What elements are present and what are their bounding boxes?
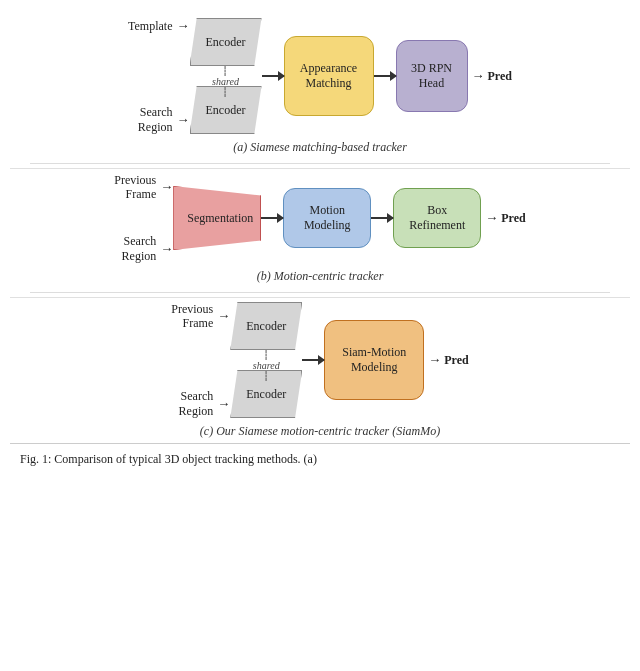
search-region-c-label: SearchRegion [179, 389, 214, 418]
prev-frame-label: PreviousFrame [114, 173, 156, 202]
section-c-caption: (c) Our Siamese motion-centric tracker (… [200, 424, 440, 439]
prev-frame-c-input: PreviousFrame → [171, 302, 230, 331]
section-c-diagram: PreviousFrame → SearchRegion → Encoder s… [10, 302, 630, 418]
section-b-diagram: PreviousFrame → SearchRegion → Segmentat… [10, 173, 630, 263]
arrowhead-b [390, 71, 397, 81]
siam-motion-label: Siam-Motion Modeling [342, 345, 406, 375]
appearance-matching-label: Appearance Matching [300, 61, 357, 91]
prev-frame-input: PreviousFrame → [114, 173, 173, 202]
section-b: PreviousFrame → SearchRegion → Segmentat… [10, 168, 630, 288]
section-b-inputs: PreviousFrame → SearchRegion → [114, 173, 173, 263]
arrowhead-d [387, 213, 394, 223]
shared-section: shared [212, 66, 239, 97]
segmentation-box: Segmentation [173, 186, 261, 250]
arrow-pred-a: → [472, 68, 485, 84]
main-container: Template → SearchRegion → Encoder shared… [10, 0, 630, 482]
dashed-top [225, 66, 226, 76]
template-input: Template → [128, 18, 189, 34]
pred-b: → Pred [485, 210, 525, 226]
template-label: Template [128, 19, 172, 34]
arrowhead-c [277, 213, 284, 223]
divider-bc [30, 292, 610, 293]
prev-frame-arrow: → [160, 179, 173, 195]
arrow-to-appearance [262, 75, 284, 77]
encoder-c-top: Encoder [230, 302, 302, 350]
arrowhead-e [318, 355, 325, 365]
search-region-a-input: SearchRegion → [138, 105, 190, 134]
section-a-inputs: Template → SearchRegion → [128, 18, 189, 134]
connector-line-e [302, 359, 324, 361]
shared-section-c: shared [253, 350, 280, 381]
connector-line-b [374, 75, 396, 77]
shared-label-c: shared [253, 360, 280, 371]
search-region-c-arrow: → [217, 396, 230, 412]
rpn-head-label: 3D RPN Head [411, 61, 452, 91]
segmentation-label: Segmentation [187, 211, 253, 226]
connector-line-d [371, 217, 393, 219]
section-b-caption: (b) Motion-centric tracker [257, 269, 384, 284]
arrow-to-motion [261, 217, 283, 219]
appearance-matching-box: Appearance Matching [284, 36, 374, 116]
section-c: PreviousFrame → SearchRegion → Encoder s… [10, 297, 630, 443]
encoders-c: Encoder shared Encoder [230, 302, 302, 418]
pred-c-label: Pred [444, 353, 468, 368]
search-region-b-label: SearchRegion [122, 234, 157, 263]
pred-c: → Pred [428, 352, 468, 368]
connector-line-a [262, 75, 284, 77]
arrow-to-siam-motion [302, 359, 324, 361]
search-region-a-arrow: → [177, 112, 190, 128]
search-region-a-label: SearchRegion [138, 105, 173, 134]
arrow-pred-c: → [428, 352, 441, 368]
section-a-diagram: Template → SearchRegion → Encoder shared… [10, 18, 630, 134]
bottom-caption: Fig. 1: Comparison of typical 3D object … [10, 443, 630, 472]
pred-b-label: Pred [501, 211, 525, 226]
section-c-inputs: PreviousFrame → SearchRegion → [171, 302, 230, 418]
motion-modeling-label: Motion Modeling [304, 203, 351, 233]
dashed-bottom [225, 87, 226, 97]
siam-motion-box: Siam-Motion Modeling [324, 320, 424, 400]
encoder-a-top: Encoder [190, 18, 262, 66]
search-region-b-arrow: → [160, 241, 173, 257]
arrowhead-a [278, 71, 285, 81]
shared-label-a: shared [212, 76, 239, 87]
prev-frame-c-arrow: → [217, 308, 230, 324]
divider-ab [30, 163, 610, 164]
search-region-b-input: SearchRegion → [122, 234, 174, 263]
motion-modeling-box: Motion Modeling [283, 188, 371, 248]
pred-a-label: Pred [488, 69, 512, 84]
dashed-bottom-c [266, 371, 267, 381]
prev-frame-c-label: PreviousFrame [171, 302, 213, 331]
arrow-pred-b: → [485, 210, 498, 226]
arrow-to-box-refinement [371, 217, 393, 219]
connector-line-c [261, 217, 283, 219]
arrow-to-rpn [374, 75, 396, 77]
search-region-c-input: SearchRegion → [179, 389, 231, 418]
box-refinement-box: Box Refinement [393, 188, 481, 248]
section-a: Template → SearchRegion → Encoder shared… [10, 10, 630, 159]
pred-a: → Pred [472, 68, 512, 84]
box-refinement-label: Box Refinement [409, 203, 465, 233]
section-a-caption: (a) Siamese matching-based tracker [233, 140, 407, 155]
dashed-top-c [266, 350, 267, 360]
encoders-a: Encoder shared Encoder [190, 18, 262, 134]
template-arrow: → [177, 18, 190, 34]
rpn-head-box: 3D RPN Head [396, 40, 468, 112]
